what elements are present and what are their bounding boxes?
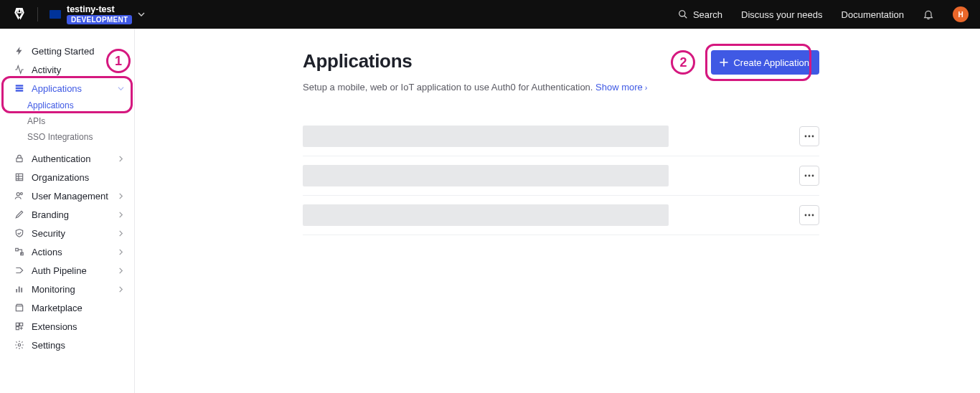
sidebar-item-marketplace[interactable]: Marketplace (0, 298, 134, 317)
sidebar: Getting Started Activity Applications Ap… (0, 29, 135, 393)
svg-rect-3 (16, 87, 24, 89)
applications-icon (14, 83, 24, 93)
flow-icon (14, 247, 24, 257)
sidebar-item-monitoring[interactable]: Monitoring (0, 280, 134, 298)
application-row (303, 196, 819, 235)
topbar: testiny-test DEVELOPMENT Search Discuss … (0, 0, 980, 29)
bell-icon[interactable] (923, 9, 934, 20)
svg-rect-20 (16, 327, 19, 330)
chevron-right-icon (118, 286, 124, 293)
sidebar-subitem-apis[interactable]: APIs (0, 113, 134, 129)
chevron-down-icon (118, 85, 124, 92)
sidebar-item-user-management[interactable]: User Management (0, 186, 134, 205)
svg-point-22 (805, 136, 807, 138)
eu-flag-icon (50, 10, 61, 19)
sidebar-item-auth-pipeline[interactable]: Auth Pipeline (0, 261, 134, 280)
sidebar-item-organizations[interactable]: Organizations (0, 168, 134, 186)
chevron-down-icon (138, 11, 145, 18)
tenant-env-badge: DEVELOPMENT (67, 15, 132, 25)
svg-rect-5 (17, 158, 22, 161)
chevron-right-icon (118, 230, 124, 237)
organizations-icon (14, 172, 24, 182)
chevron-right-icon (118, 193, 124, 199)
sidebar-item-settings[interactable]: Settings (0, 336, 134, 354)
lock-icon (14, 153, 24, 164)
chevron-right-icon (118, 156, 124, 162)
svg-point-29 (809, 214, 811, 217)
topbar-right: Search Discuss your needs Documentation … (678, 6, 969, 22)
svg-point-21 (18, 344, 21, 346)
documentation-link[interactable]: Documentation (842, 9, 904, 20)
svg-point-30 (812, 214, 814, 217)
create-application-button[interactable]: Create Application (711, 50, 819, 75)
svg-point-23 (809, 136, 811, 138)
svg-rect-18 (16, 323, 19, 326)
svg-rect-14 (16, 289, 17, 293)
annotation-number-2: 2 (671, 50, 695, 75)
chevron-right-icon (118, 249, 124, 255)
svg-point-10 (17, 193, 19, 196)
search-label: Search (693, 9, 722, 20)
chevron-right-icon (118, 212, 124, 218)
svg-point-25 (805, 175, 807, 177)
applications-list (303, 117, 819, 235)
discuss-link[interactable]: Discuss your needs (741, 9, 822, 20)
sidebar-item-getting-started[interactable]: Getting Started (0, 42, 134, 60)
activity-icon (14, 65, 24, 75)
sidebar-item-extensions[interactable]: Extensions (0, 317, 134, 336)
svg-rect-12 (16, 248, 19, 251)
svg-line-1 (684, 16, 687, 18)
content: Applications Create Application 2 Setup … (135, 29, 980, 393)
more-horizontal-icon (804, 135, 814, 138)
svg-point-27 (812, 175, 814, 177)
plus-icon (720, 58, 728, 67)
svg-point-26 (809, 175, 811, 177)
users-icon (14, 191, 24, 201)
gear-icon (14, 340, 24, 350)
chevron-right-icon (118, 267, 124, 274)
svg-point-11 (20, 193, 22, 195)
divider (37, 7, 38, 22)
marketplace-icon (14, 303, 24, 313)
lightning-icon (14, 46, 24, 56)
row-more-button[interactable] (799, 205, 819, 225)
extensions-icon (14, 321, 24, 331)
shield-icon (14, 228, 24, 238)
tenant-name: testiny-test (67, 4, 132, 14)
svg-point-24 (812, 136, 814, 138)
sidebar-item-authentication[interactable]: Authentication (0, 149, 134, 168)
application-row (303, 117, 819, 156)
tenant-switcher[interactable]: testiny-test DEVELOPMENT (50, 4, 145, 25)
chevron-right-icon: › (645, 83, 648, 92)
application-placeholder (303, 126, 669, 147)
sidebar-item-actions[interactable]: Actions (0, 242, 134, 261)
row-more-button[interactable] (799, 126, 819, 146)
row-more-button[interactable] (799, 166, 819, 186)
sidebar-item-branding[interactable]: Branding (0, 205, 134, 224)
brush-icon (14, 209, 24, 219)
sidebar-subitem-applications[interactable]: Applications (0, 98, 134, 113)
search-icon (678, 9, 688, 19)
svg-point-0 (679, 11, 685, 16)
sidebar-subitem-sso[interactable]: SSO Integrations (0, 129, 134, 145)
show-more-link[interactable]: Show more (595, 82, 643, 93)
search-button[interactable]: Search (678, 9, 722, 20)
svg-rect-19 (20, 323, 23, 326)
sidebar-item-activity[interactable]: Activity (0, 60, 134, 79)
svg-rect-15 (19, 287, 20, 293)
pipeline-icon (14, 265, 24, 275)
auth0-logo-icon[interactable] (13, 8, 26, 21)
svg-rect-17 (16, 306, 22, 311)
sidebar-item-security[interactable]: Security (0, 224, 134, 242)
svg-rect-2 (16, 85, 24, 86)
svg-rect-6 (16, 174, 22, 180)
page-title: Applications (303, 50, 412, 72)
svg-rect-4 (16, 90, 24, 91)
application-placeholder (303, 204, 669, 226)
avatar[interactable]: H (953, 6, 969, 22)
svg-point-28 (805, 214, 807, 217)
application-placeholder (303, 165, 669, 186)
svg-rect-16 (21, 288, 22, 292)
page-subtitle: Setup a mobile, web or IoT application t… (303, 82, 819, 93)
sidebar-item-applications[interactable]: Applications (0, 79, 134, 98)
